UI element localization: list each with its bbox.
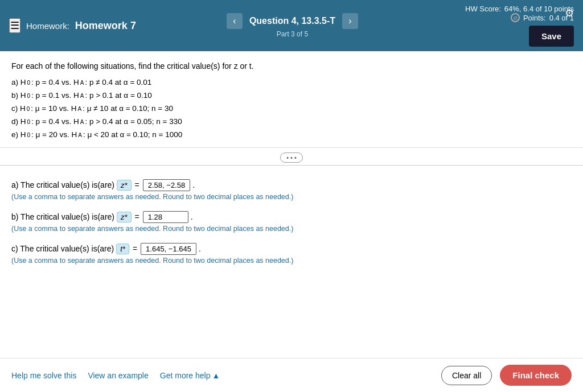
answer-b-var: z* xyxy=(117,212,132,222)
answer-b-value[interactable]: 1.28 xyxy=(143,211,188,223)
footer: Help me solve this View an example Get m… xyxy=(0,358,583,392)
answer-a-equals: = xyxy=(135,180,139,189)
footer-right: Clear all Final check xyxy=(441,365,572,386)
hw-score-value: 64%, 6.4 of 10 points xyxy=(504,5,574,13)
gear-icon[interactable]: ⚙ xyxy=(565,7,574,19)
get-more-help-label: Get more help xyxy=(160,371,211,380)
homework-title: Homework 7 xyxy=(75,20,136,32)
answers-section: a) The critical value(s) is(are) z* = 2.… xyxy=(0,170,583,280)
answer-a-dot: . xyxy=(192,180,195,189)
homework-label: Homework: xyxy=(26,21,69,31)
answer-b-equals: = xyxy=(135,212,139,221)
content-area: For each of the following situations, fi… xyxy=(0,51,583,148)
answer-row-a: a) The critical value(s) is(are) z* = 2.… xyxy=(11,179,572,201)
clear-all-button[interactable]: Clear all xyxy=(441,366,492,385)
answer-line-b: b) The critical value(s) is(are) z* = 1.… xyxy=(11,211,572,223)
answer-c-hint: (Use a comma to separate answers as need… xyxy=(11,257,572,265)
dots-button[interactable]: • • • xyxy=(280,152,303,163)
answer-row-c: c) The critical value(s) is(are) t* = 1.… xyxy=(11,243,572,265)
hw-score-label: HW Score: xyxy=(465,5,501,13)
problem-lines: a) H0: p = 0.4 vs. HA: p ≠ 0.4 at α = 0.… xyxy=(11,76,572,142)
final-check-button[interactable]: Final check xyxy=(500,365,572,386)
no-entry-icon: ⊘ xyxy=(511,13,520,22)
view-example-button[interactable]: View an example xyxy=(88,371,148,380)
answer-b-prefix: b) The critical value(s) is(are) xyxy=(11,212,114,221)
answer-line-c: c) The critical value(s) is(are) t* = 1.… xyxy=(11,243,572,255)
header: ☰ Homework: Homework 7 ‹ Question 4, 13.… xyxy=(0,0,583,51)
save-button[interactable]: Save xyxy=(529,26,574,47)
header-right-wrapper: ⚙ HW Score: 64%, 6.4 of 10 points ⊘ Poin… xyxy=(449,5,574,47)
answer-c-equals: = xyxy=(133,244,137,253)
prev-question-button[interactable]: ‹ xyxy=(227,13,243,29)
hamburger-icon[interactable]: ☰ xyxy=(9,18,20,33)
header-left: ☰ Homework: Homework 7 xyxy=(9,18,136,33)
answer-c-dot: . xyxy=(199,244,201,253)
answer-c-value[interactable]: 1.645, −1.645 xyxy=(141,243,196,255)
part-label: Part 3 of 5 xyxy=(277,30,308,38)
problem-part-e: e) H0: μ = 20 vs. HA: μ < 20 at α = 0.10… xyxy=(11,129,572,142)
answer-c-prefix: c) The critical value(s) is(are) xyxy=(11,244,114,253)
next-question-button[interactable]: › xyxy=(342,13,358,29)
points-label: Points: xyxy=(523,14,546,22)
answer-line-a: a) The critical value(s) is(are) z* = 2.… xyxy=(11,179,572,191)
answer-a-var: z* xyxy=(117,180,132,191)
answer-row-b: b) The critical value(s) is(are) z* = 1.… xyxy=(11,211,572,233)
question-nav: ‹ Question 4, 13.3.5-T › xyxy=(227,13,358,29)
help-solve-button[interactable]: Help me solve this xyxy=(11,371,76,380)
problem-part-b: b) H0: p = 0.1 vs. HA: p > 0.1 at α = 0.… xyxy=(11,89,572,102)
get-more-help-button[interactable]: Get more help ▲ xyxy=(160,371,220,380)
answer-a-hint: (Use a comma to separate answers as need… xyxy=(11,193,572,201)
answer-a-prefix: a) The critical value(s) is(are) xyxy=(11,180,114,189)
question-title: Question 4, 13.3.5-T xyxy=(249,16,335,26)
problem-part-c: c) H0: μ = 10 vs. HA: μ ≠ 10 at α = 0.10… xyxy=(11,102,572,115)
answer-c-var: t* xyxy=(116,244,129,254)
problem-intro: For each of the following situations, fi… xyxy=(11,61,572,71)
answer-a-value[interactable]: 2.58, −2.58 xyxy=(143,179,190,191)
problem-part-a: a) H0: p = 0.4 vs. HA: p ≠ 0.4 at α = 0.… xyxy=(11,76,572,89)
hw-score: HW Score: 64%, 6.4 of 10 points xyxy=(465,5,574,13)
answer-b-dot: . xyxy=(191,212,193,221)
more-help-arrow-icon: ▲ xyxy=(212,371,220,380)
header-center: ‹ Question 4, 13.3.5-T › Part 3 of 5 xyxy=(136,13,449,38)
divider-row: • • • xyxy=(0,152,583,166)
problem-part-d: d) H0: p = 0.4 vs. HA: p > 0.4 at α = 0.… xyxy=(11,115,572,129)
answer-b-hint: (Use a comma to separate answers as need… xyxy=(11,225,572,233)
